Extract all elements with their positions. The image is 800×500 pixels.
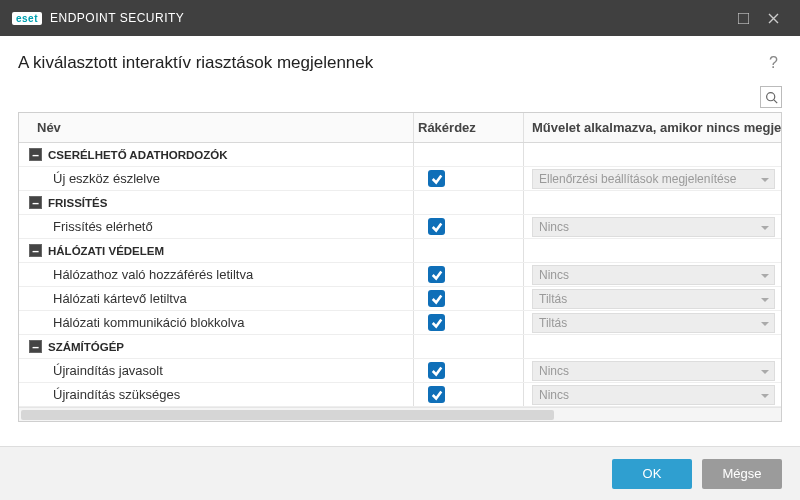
category-row: –CSERÉLHETŐ ADATHORDOZÓK (19, 143, 781, 167)
category-row: –HÁLÓZATI VÉDELEM (19, 239, 781, 263)
search-icon (765, 91, 778, 104)
table-row: Hálózathoz való hozzáférés letiltvaNincs (19, 263, 781, 287)
chevron-down-icon (760, 318, 770, 328)
collapse-icon[interactable]: – (29, 196, 42, 209)
action-value: Nincs (539, 220, 569, 234)
category-row: –SZÁMÍTÓGÉP (19, 335, 781, 359)
collapse-icon[interactable]: – (29, 244, 42, 257)
item-label: Újraindítás szükséges (19, 383, 414, 406)
item-label: Hálózati kommunikáció blokkolva (19, 311, 414, 334)
item-label: Újraindítás javasolt (19, 359, 414, 382)
action-value: Tiltás (539, 316, 567, 330)
item-label: Hálózati kártevő letiltva (19, 287, 414, 310)
table-header: Név Rákérdez Művelet alkalmazva, amikor … (19, 113, 781, 143)
brand-logo: eset (12, 12, 42, 25)
collapse-icon[interactable]: – (29, 148, 42, 161)
item-label: Új eszköz észlelve (19, 167, 414, 190)
item-label: Hálózathoz való hozzáférés letiltva (19, 263, 414, 286)
titlebar: eset ENDPOINT SECURITY (0, 0, 800, 36)
help-icon[interactable]: ? (765, 50, 782, 76)
alerts-table: Név Rákérdez Művelet alkalmazva, amikor … (18, 112, 782, 422)
col-header-name[interactable]: Név (19, 113, 414, 142)
action-select[interactable]: Nincs (532, 361, 775, 381)
table-row: Hálózati kártevő letiltvaTiltás (19, 287, 781, 311)
table-row: Hálózati kommunikáció blokkolvaTiltás (19, 311, 781, 335)
action-select[interactable]: Tiltás (532, 289, 775, 309)
ok-button[interactable]: OK (612, 459, 692, 489)
table-row: Frissítés elérhetőNincs (19, 215, 781, 239)
horizontal-scrollbar[interactable] (19, 407, 781, 421)
brand-product: ENDPOINT SECURITY (50, 11, 184, 25)
chevron-down-icon (760, 366, 770, 376)
chevron-down-icon (760, 270, 770, 280)
action-select[interactable]: Tiltás (532, 313, 775, 333)
collapse-icon[interactable]: – (29, 340, 42, 353)
col-header-action[interactable]: Művelet alkalmazva, amikor nincs megjele… (524, 113, 781, 142)
table-row: Új eszköz észlelveEllenőrzési beállításo… (19, 167, 781, 191)
chevron-down-icon (760, 294, 770, 304)
svg-rect-0 (738, 13, 749, 24)
action-select[interactable]: Ellenőrzési beállítások megjelenítése (532, 169, 775, 189)
table-body: –CSERÉLHETŐ ADATHORDOZÓKÚj eszköz észlel… (19, 143, 781, 407)
ask-checkbox[interactable] (428, 362, 445, 379)
ask-checkbox[interactable] (428, 290, 445, 307)
item-label: Frissítés elérhető (19, 215, 414, 238)
chevron-down-icon (760, 174, 770, 184)
action-value: Ellenőrzési beállítások megjelenítése (539, 172, 736, 186)
category-row: –FRISSÍTÉS (19, 191, 781, 215)
ask-checkbox[interactable] (428, 314, 445, 331)
heading-row: A kiválasztott interaktív riasztások meg… (0, 36, 800, 86)
table-row: Újraindítás szükségesNincs (19, 383, 781, 407)
brand: eset ENDPOINT SECURITY (12, 11, 184, 25)
search-button[interactable] (760, 86, 782, 108)
chevron-down-icon (760, 390, 770, 400)
category-label: FRISSÍTÉS (48, 197, 107, 209)
svg-point-1 (766, 92, 774, 100)
action-value: Tiltás (539, 292, 567, 306)
category-label: SZÁMÍTÓGÉP (48, 341, 124, 353)
cancel-button[interactable]: Mégse (702, 459, 782, 489)
horizontal-scroll-thumb[interactable] (21, 410, 554, 420)
category-label: HÁLÓZATI VÉDELEM (48, 245, 164, 257)
action-select[interactable]: Nincs (532, 265, 775, 285)
minimize-button[interactable] (728, 3, 758, 33)
dialog-footer: OK Mégse (0, 446, 800, 500)
action-value: Nincs (539, 388, 569, 402)
action-value: Nincs (539, 364, 569, 378)
action-select[interactable]: Nincs (532, 217, 775, 237)
col-header-ask[interactable]: Rákérdez (414, 113, 524, 142)
category-label: CSERÉLHETŐ ADATHORDOZÓK (48, 149, 228, 161)
ask-checkbox[interactable] (428, 386, 445, 403)
ask-checkbox[interactable] (428, 266, 445, 283)
ask-checkbox[interactable] (428, 218, 445, 235)
page-title: A kiválasztott interaktív riasztások meg… (18, 53, 765, 73)
action-select[interactable]: Nincs (532, 385, 775, 405)
table-row: Újraindítás javasoltNincs (19, 359, 781, 383)
chevron-down-icon (760, 222, 770, 232)
action-value: Nincs (539, 268, 569, 282)
close-button[interactable] (758, 3, 788, 33)
ask-checkbox[interactable] (428, 170, 445, 187)
